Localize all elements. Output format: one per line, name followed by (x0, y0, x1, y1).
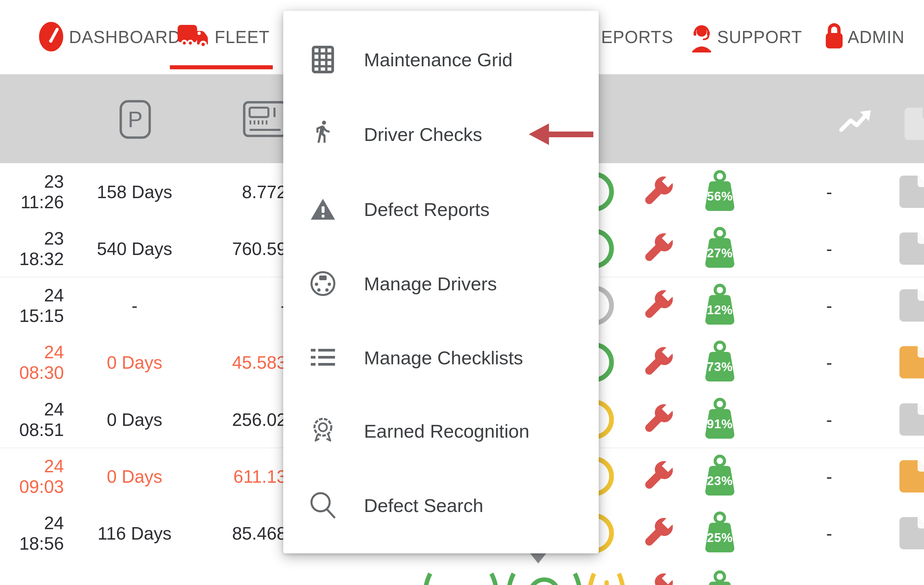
days-remaining: 158 Days (91, 181, 178, 202)
mileage-value: - (188, 295, 287, 316)
truck-icon (176, 23, 210, 51)
empty-value-dash: - (811, 409, 848, 430)
menu-item-label: Defect Search (364, 494, 483, 516)
empty-value-dash: - (811, 352, 848, 373)
lock-icon (823, 21, 845, 50)
last-check-datetime: 24 15:15 (0, 285, 64, 326)
weight-icon[interactable]: 27% (702, 227, 737, 271)
nav-item-dashboard[interactable]: DASHBOARD (69, 0, 181, 74)
file-icon[interactable] (898, 289, 924, 322)
tachograph-disc-icon (309, 268, 337, 300)
weight-icon[interactable]: 91% (702, 398, 737, 441)
trending-up-icon[interactable] (839, 107, 871, 135)
file-icon[interactable] (898, 175, 924, 208)
menu-item-earned-recognition[interactable]: Earned Recognition (283, 406, 599, 456)
annotation-arrow-icon (528, 121, 596, 148)
mileage-value: 256.02 (188, 409, 287, 430)
mileage-value: 611.13 (188, 466, 287, 487)
empty-value-dash: - (811, 523, 848, 544)
weight-percent: 25% (702, 531, 737, 545)
days-remaining: 0 Days (91, 466, 178, 487)
days-remaining: 0 Days (91, 409, 178, 430)
svg-text:P: P (128, 107, 143, 132)
table-row-partial[interactable]: EBS (0, 562, 924, 585)
last-check-datetime: 24 08:30 (0, 342, 64, 383)
file-icon[interactable] (898, 403, 924, 436)
warning-circle-icon (585, 570, 628, 585)
empty-value-dash: - (811, 466, 848, 487)
wrench-icon[interactable] (639, 230, 676, 267)
nav-item-admin[interactable]: ADMIN (848, 0, 904, 74)
tachograph-head-icon (243, 101, 287, 137)
wrench-icon[interactable] (639, 515, 676, 552)
brake-circle-icon (502, 570, 586, 585)
menu-item-defect-search[interactable]: Defect Search (283, 480, 599, 530)
file-icon[interactable] (898, 459, 924, 493)
gauge-icon (38, 21, 64, 53)
days-remaining: 116 Days (91, 523, 178, 544)
nav-item-support[interactable]: SUPPORT (717, 0, 802, 74)
mileage-value: 45.583 (188, 352, 287, 373)
menu-item-label: Manage Checklists (364, 347, 523, 369)
weight-percent: 12% (702, 303, 737, 317)
menu-item-label: Defect Reports (364, 198, 490, 220)
nav-item-reports[interactable]: EPORTS (601, 0, 673, 74)
menu-item-label: Manage Drivers (364, 273, 497, 295)
weight-icon[interactable]: 73% (702, 340, 737, 384)
weight-icon[interactable]: 12% (702, 284, 737, 327)
weight-percent: 27% (702, 246, 737, 260)
weight-icon (702, 570, 737, 585)
weight-icon[interactable]: 23% (702, 454, 737, 498)
file-icon[interactable] (898, 516, 924, 550)
warning-triangle-icon (309, 193, 337, 225)
last-check-datetime: 24 08:51 (0, 399, 64, 440)
wrench-icon[interactable] (639, 173, 676, 210)
wrench-icon[interactable] (639, 401, 676, 438)
filter-caret-tip-icon (530, 554, 547, 564)
file-icon[interactable] (898, 232, 924, 265)
parking-icon: P (119, 99, 151, 139)
last-check-datetime: 23 11:26 (0, 171, 64, 212)
weight-percent: 56% (702, 189, 737, 203)
weight-percent: 91% (702, 417, 737, 431)
document-icon (903, 102, 924, 145)
days-remaining: - (91, 295, 178, 316)
menu-item-manage-checklists[interactable]: Manage Checklists (283, 332, 599, 383)
list-icon (309, 342, 337, 374)
mileage-value: 8.772 (188, 181, 287, 202)
wrench-icon[interactable] (639, 458, 676, 495)
menu-item-label: Earned Recognition (364, 420, 530, 442)
empty-value-dash: - (811, 238, 848, 259)
menu-item-defect-reports[interactable]: Defect Reports (283, 184, 599, 235)
menu-item-label: Driver Checks (364, 124, 482, 145)
file-icon[interactable] (898, 345, 924, 379)
empty-value-dash: - (811, 181, 848, 202)
weight-icon[interactable]: 56% (702, 170, 737, 213)
fleet-dropdown-menu: Maintenance Grid Driver Checks Defect Re… (283, 11, 599, 554)
weight-percent: 73% (702, 360, 737, 374)
last-check-datetime: 24 09:03 (0, 456, 64, 497)
nav-item-fleet[interactable]: FLEET (214, 0, 270, 74)
mileage-value: 760.59 (188, 238, 287, 259)
wrench-icon[interactable] (639, 344, 676, 381)
empty-value-dash: - (811, 295, 848, 316)
last-check-datetime: 23 18:32 (0, 228, 64, 269)
wrench-icon (639, 570, 676, 585)
wrench-icon[interactable] (639, 287, 676, 324)
mileage-value: 85.468 (188, 523, 287, 544)
days-remaining: 0 Days (91, 352, 178, 373)
search-icon (309, 489, 337, 521)
grid-icon (309, 43, 337, 76)
award-icon (309, 415, 337, 447)
ebs-circle-icon: EBS (419, 570, 503, 585)
weight-icon[interactable]: 25% (702, 511, 737, 555)
active-tab-underline (170, 65, 273, 69)
pedestrian-icon (309, 118, 337, 150)
last-check-datetime: 24 18:56 (0, 513, 64, 554)
weight-percent: 23% (702, 474, 737, 488)
menu-item-label: Maintenance Grid (364, 49, 513, 71)
headset-icon (690, 22, 714, 53)
menu-item-manage-drivers[interactable]: Manage Drivers (283, 258, 599, 309)
days-remaining: 540 Days (91, 238, 178, 259)
menu-item-maintenance-grid[interactable]: Maintenance Grid (283, 34, 599, 85)
